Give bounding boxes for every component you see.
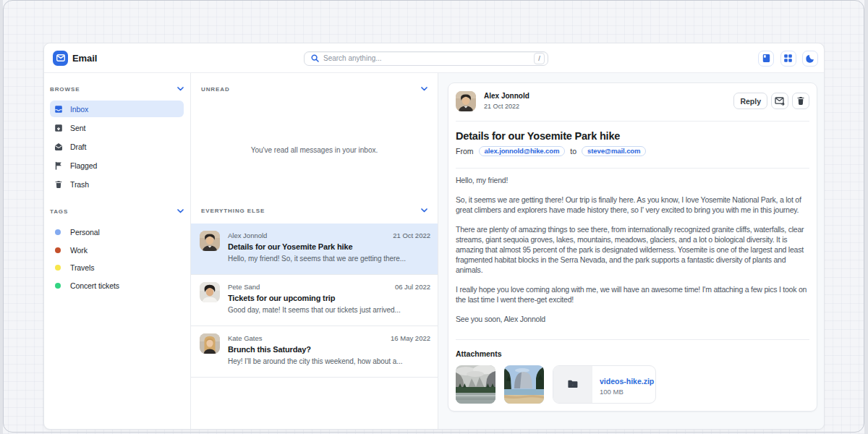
unread-empty-message: You've read all messages in your inbox. — [251, 146, 378, 154]
chevron-down-icon — [421, 87, 427, 91]
trash-icon — [54, 180, 63, 189]
email-item-content: Kate Gates 16 May 2022 Brunch this Satur… — [228, 333, 430, 377]
book-icon — [762, 54, 771, 63]
dark-mode-moon-icon — [806, 54, 815, 63]
tag-item-work[interactable]: Work — [50, 242, 184, 260]
sidebar-item-label: Flagged — [70, 161, 97, 170]
body-paragraph: Hello, my friend! — [456, 175, 809, 185]
main-columns: BROWSE Inbox — [44, 73, 824, 429]
delete-button[interactable] — [792, 93, 809, 109]
email-date: 21 Oct 2022 — [484, 103, 529, 110]
inbox-icon — [54, 105, 63, 114]
from-label: From — [456, 147, 474, 156]
attachments-row: videos-hike.zip 100 MB — [456, 365, 809, 404]
search-box[interactable]: / — [304, 51, 548, 66]
to-label: to — [570, 147, 576, 156]
everything-else-section-header[interactable]: EVERYTHING ELSE — [191, 203, 438, 218]
from-to-row: From alex.jonnold@hike.com to steve@mail… — [456, 146, 809, 156]
tag-label: Work — [70, 246, 88, 255]
tag-color-dot — [55, 265, 61, 271]
unread-section-header[interactable]: UNREAD — [191, 82, 438, 96]
tag-item-personal[interactable]: Personal — [50, 224, 184, 242]
app-title: Email — [72, 53, 97, 64]
search-input[interactable] — [323, 53, 534, 64]
sidebar-item-inbox[interactable]: Inbox — [50, 101, 184, 117]
alex-avatar — [456, 91, 476, 111]
from-email-chip[interactable]: alex.jonnold@hike.com — [479, 146, 566, 156]
sidebar-item-draft[interactable]: Draft — [50, 138, 184, 155]
tags-section-header[interactable]: TAGS — [50, 204, 184, 218]
email-list-item-2[interactable]: Pete Sand 06 Jul 2022 Tickets for our up… — [191, 275, 438, 326]
email-date: 06 Jul 2022 — [395, 283, 430, 291]
email-body: Hello, my friend! So, it seems we are ge… — [456, 175, 809, 324]
sidebar-item-flagged[interactable]: Flagged — [50, 157, 184, 174]
tag-color-dot — [55, 283, 61, 289]
list-spacer — [191, 218, 438, 224]
email-detail-card: Alex Jonnold 21 Oct 2022 Reply — [448, 82, 817, 412]
chevron-down-icon — [177, 209, 184, 213]
tag-label: Concert tickets — [70, 281, 119, 290]
kate-avatar — [200, 333, 220, 354]
everything-else-section-label: EVERYTHING ELSE — [201, 208, 265, 214]
book-button[interactable] — [758, 51, 774, 67]
tags-section-label: TAGS — [50, 208, 68, 215]
search-shortcut-hint: / — [534, 53, 545, 64]
half-dome-photo[interactable] — [504, 365, 544, 404]
dark-mode-toggle[interactable] — [802, 51, 818, 67]
divider — [456, 339, 809, 340]
sidebar-item-sent[interactable]: Sent — [50, 119, 184, 136]
sidebar: BROWSE Inbox — [44, 73, 191, 429]
attachments-label: Attachments — [456, 349, 809, 358]
chevron-down-icon — [177, 87, 184, 91]
sidebar-item-label: Inbox — [70, 105, 88, 114]
tag-color-dot — [55, 229, 61, 235]
tag-item-concert-tickets[interactable]: Concert tickets — [50, 277, 184, 295]
file-attachment-card[interactable]: videos-hike.zip 100 MB — [553, 365, 656, 404]
file-size: 100 MB — [600, 388, 654, 396]
top-bar: Email / — [44, 43, 824, 73]
reply-button[interactable]: Reply — [733, 93, 767, 109]
drafts-icon — [54, 142, 63, 151]
apps-grid-button[interactable] — [780, 51, 796, 67]
file-name: videos-hike.zip — [600, 377, 654, 386]
reading-pane: Alex Jonnold 21 Oct 2022 Reply — [438, 73, 824, 429]
email-app-window: Email / — [43, 43, 825, 430]
email-list-item-3[interactable]: Kate Gates 16 May 2022 Brunch this Satur… — [191, 326, 438, 378]
browse-section-label: BROWSE — [50, 86, 80, 93]
email-list-item-1[interactable]: Alex Jonnold 21 Oct 2022 Details for our… — [191, 224, 438, 275]
sent-icon — [54, 124, 63, 132]
frame-edge-left — [0, 0, 3, 434]
sidebar-item-trash[interactable]: Trash — [50, 176, 184, 192]
tag-label: Personal — [70, 228, 100, 237]
frame-edge-right — [864, 0, 868, 434]
to-email-chip[interactable]: steve@mail.com — [582, 146, 646, 156]
unread-empty-state: You've read all messages in your inbox. — [191, 96, 438, 203]
email-date: 21 Oct 2022 — [393, 231, 430, 239]
browse-section-header[interactable]: BROWSE — [50, 82, 184, 96]
email-snippet: Hello, my friend! So, it seems that we a… — [228, 255, 430, 263]
email-detail-header: Alex Jonnold 21 Oct 2022 Reply — [456, 91, 809, 111]
sidebar-item-label: Trash — [70, 180, 89, 189]
flag-icon — [54, 161, 63, 170]
yosemite-valley-photo[interactable] — [456, 365, 495, 404]
email-subject: Details for our Yosemite Park hike — [228, 242, 430, 251]
email-subject: Tickets for our upcoming trip — [228, 294, 430, 302]
file-meta: videos-hike.zip 100 MB — [592, 366, 654, 403]
mail-list-column: UNREAD You've read all messages in your … — [191, 73, 438, 429]
top-actions — [758, 51, 818, 67]
forward-email-icon — [775, 97, 785, 106]
email-subject-title: Details for our Yosemite Park hike — [456, 130, 809, 142]
tag-label: Travels — [70, 263, 94, 272]
envelope-logo-icon — [56, 54, 65, 61]
forward-email-button[interactable] — [771, 93, 788, 109]
sender-name: Alex Jonnold — [484, 92, 529, 100]
apps-grid-icon — [783, 54, 793, 63]
divider — [456, 168, 809, 169]
tag-item-travels[interactable]: Travels — [50, 259, 184, 277]
body-paragraph: See you soon, Alex Jonnold — [456, 314, 809, 324]
email-snippet: Hey! I'll be around the city this weeken… — [228, 357, 430, 365]
email-sender: Kate Gates — [228, 334, 263, 342]
divider — [456, 121, 809, 122]
body-paragraph: There are plenty of amazing things to se… — [456, 224, 809, 275]
app-logo[interactable] — [53, 51, 68, 66]
